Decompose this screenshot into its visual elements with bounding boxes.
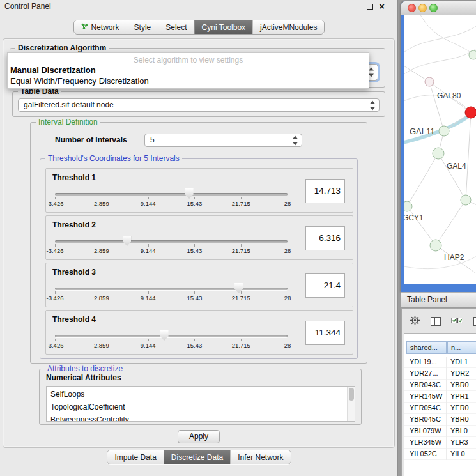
network-edge[interactable] (404, 22, 476, 55)
threshold-value-field[interactable]: 11.344 (305, 321, 345, 345)
network-edge[interactable] (429, 82, 444, 131)
tab-network[interactable]: Network (74, 20, 127, 34)
table-row[interactable]: YLR345WYLR3 (404, 437, 476, 449)
tab-style[interactable]: Style (127, 20, 158, 34)
threshold-panel: Threshold 1-3.4262.8599.14415.4321.71528… (45, 168, 353, 213)
combo-stepper-icon[interactable] (370, 100, 376, 110)
column-header[interactable]: n... (447, 341, 476, 354)
panel-title: Control Panel (4, 2, 51, 11)
table-row[interactable]: YDL19...YDL1 (404, 357, 476, 368)
tick-label: 15.43 (187, 247, 203, 254)
network-edge[interactable] (404, 43, 476, 77)
table-row[interactable]: YBR045CYBR0 (404, 414, 476, 426)
tab-label: Style (134, 23, 151, 32)
cyni-toolbox-panel: Discretization Algorithm Select algorith… (3, 38, 395, 448)
threshold-slider-track[interactable] (55, 240, 288, 243)
combo-stepper-icon[interactable] (369, 68, 374, 77)
tick-label: 28 (284, 342, 291, 349)
close-icon[interactable]: × (379, 3, 385, 10)
algorithm-option[interactable]: Equal Width/Frequency Discretization (8, 75, 369, 86)
top-tab-bar: NetworkStyleSelectCyni ToolboxjActiveMNo… (0, 20, 398, 35)
threshold-panel: Threshold 3-3.4262.8599.14415.4321.71528… (45, 263, 353, 307)
gal80-node[interactable] (425, 77, 434, 86)
columns-icon[interactable] (431, 317, 441, 326)
tick-mark (148, 291, 149, 294)
threshold-value-field[interactable]: 21.4 (305, 273, 345, 298)
select-columns-checkboxes-icon[interactable] (451, 316, 463, 327)
hap2-node[interactable] (430, 240, 441, 251)
table-row[interactable]: YIL052CYIL0 (404, 449, 476, 460)
table-row[interactable]: YPR145WYPR1 (404, 391, 476, 403)
threshold-slider-track[interactable] (55, 288, 288, 290)
tab-discretize-data[interactable]: Discretize Data (164, 450, 230, 464)
float-window-icon[interactable] (367, 4, 373, 10)
combo-stepper-icon[interactable] (293, 135, 298, 145)
close-traffic-light-icon[interactable] (408, 4, 416, 12)
threshold-slider-track[interactable] (55, 193, 288, 196)
gcy1-node[interactable] (404, 201, 412, 211)
minimize-traffic-light-icon[interactable] (418, 4, 427, 12)
tab-label: Cyni Toolbox (202, 23, 245, 32)
network-edge[interactable] (418, 15, 476, 65)
table-cell: YBL079W (406, 426, 447, 437)
table-cell: YDR27... (406, 368, 447, 380)
tab-select[interactable]: Select (158, 20, 194, 34)
threshold-slider-thumb[interactable] (123, 236, 131, 246)
tab-label: Discretize Data (171, 453, 223, 462)
tick-label: 2.859 (94, 200, 109, 207)
network-edge[interactable] (436, 200, 466, 245)
network-edge[interactable] (438, 153, 466, 200)
apply-button[interactable]: Apply (178, 430, 220, 443)
number-of-intervals-combo[interactable]: 5 (144, 134, 302, 147)
threshold-value-field[interactable]: 14.713 (305, 179, 345, 203)
table-cell: YDL19... (406, 357, 447, 368)
network-canvas[interactable]: GAL80GAL11GAL4GCY1HAP2 (404, 15, 476, 284)
list-item[interactable]: SelfLoops (47, 388, 355, 401)
gear-icon[interactable] (410, 315, 420, 328)
gal4-node[interactable] (433, 148, 444, 159)
node-attribute-table[interactable]: shared...n... YDL19...YDL1YDR27...YDR2YB… (404, 333, 476, 476)
node-label: GAL80 (437, 91, 461, 100)
unnamed-node[interactable] (469, 50, 476, 59)
unnamed-node[interactable] (465, 107, 476, 118)
table-row[interactable]: YDR27...YDR2 (404, 368, 476, 380)
numerical-attributes-list[interactable]: SelfLoopsTopologicalCoefficientBetweenne… (46, 386, 355, 422)
tick-label: 15.43 (187, 200, 203, 207)
network-edge[interactable] (407, 153, 438, 206)
network-window-titlebar[interactable] (401, 1, 476, 15)
threshold-slider-thumb[interactable] (185, 188, 194, 199)
tick-mark (102, 339, 102, 341)
table-data-combo[interactable]: galFiltered.sif default node (18, 98, 380, 112)
threshold-value-field[interactable]: 6.316 (305, 226, 345, 250)
table-cell: YIL0 (447, 449, 476, 460)
tab-jactivemnodules[interactable]: jActiveMNodules (252, 20, 324, 34)
zoom-traffic-light-icon[interactable] (429, 4, 438, 12)
tab-impute-data[interactable]: Impute Data (107, 450, 163, 464)
threshold-slider-track[interactable] (55, 335, 288, 337)
list-item[interactable]: TopologicalCoefficient (47, 401, 355, 413)
list-scrollbar[interactable] (347, 387, 355, 421)
tick-label: 21.715 (232, 295, 250, 302)
tab-infer-network[interactable]: Infer Network (230, 450, 290, 464)
network-edge[interactable] (407, 206, 436, 245)
threshold-label: Threshold 3 (52, 268, 96, 277)
algorithm-option[interactable]: Manual Discretization (8, 65, 369, 75)
network-tab-icon (81, 23, 88, 32)
table-panel-header[interactable]: Table Panel (401, 292, 476, 307)
threshold-slider-thumb[interactable] (160, 330, 169, 341)
network-edge[interactable] (404, 253, 476, 269)
table-row[interactable]: YBL079WYBL0 (404, 426, 476, 437)
list-item[interactable]: BetweennessCentrality (47, 413, 355, 422)
table-data-group: Table Data galFiltered.sif default node (12, 91, 385, 117)
column-header[interactable]: shared... (406, 341, 447, 354)
table-row[interactable]: YBR043CYBR0 (404, 380, 476, 391)
network-edge[interactable] (466, 112, 471, 200)
gal11-node[interactable] (439, 126, 449, 136)
tick-label: 21.715 (232, 247, 250, 254)
table-row[interactable]: YER054CYER0 (404, 403, 476, 414)
unnamed-node[interactable] (461, 195, 471, 205)
tick-mark (194, 197, 195, 199)
toolbar-icon-partial[interactable] (473, 317, 476, 326)
scrollbar-thumb[interactable] (349, 388, 354, 401)
tab-cyni-toolbox[interactable]: Cyni Toolbox (194, 20, 252, 34)
